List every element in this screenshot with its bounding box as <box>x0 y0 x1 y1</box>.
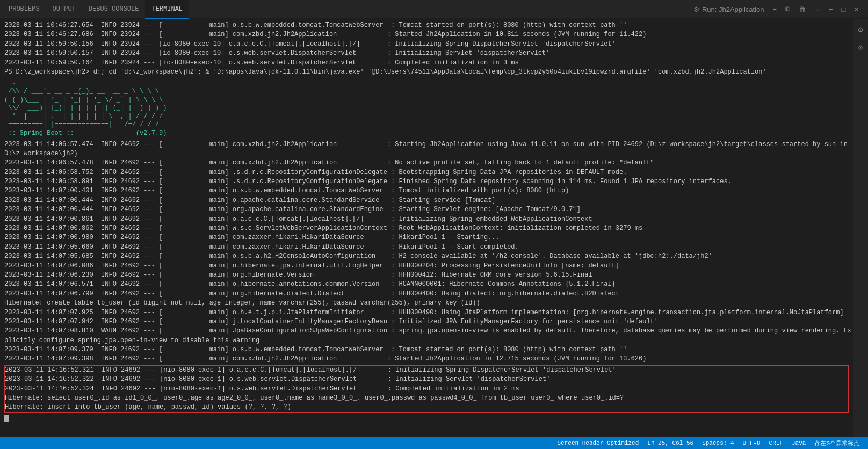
terminal-line: 2023-03-11 14:07:00.861 INFO 24692 --- [… <box>4 215 849 224</box>
spaces-status[interactable]: Spaces: 4 <box>698 437 738 449</box>
highlighted-request-section: 2023-03-11 14:16:52.321 INFO 24692 --- [… <box>4 365 849 413</box>
line-ending-label: CRLF <box>769 440 783 446</box>
encoding-status[interactable]: UTF-8 <box>739 437 765 449</box>
terminal-line: 2023-03-11 14:06:57.474 INFO 24692 --- [… <box>4 140 849 149</box>
language-status[interactable]: Java <box>787 437 810 449</box>
terminal-line: 2023-03-11 14:07:00.980 INFO 24692 --- [… <box>4 233 849 242</box>
spring-logo: . ____ _ __ _ _ /\\ / ___'_ __ _ _(_)_ _… <box>4 79 849 137</box>
terminal-line: 2023-03-11 14:07:09.379 INFO 24692 --- [… <box>4 345 849 354</box>
terminal-line: 2023-03-11 10:59:50.164 INFO 23924 --- [… <box>4 59 849 68</box>
terminal-output[interactable]: 2023-03-11 10:46:27.654 INFO 23924 --- [… <box>0 19 853 437</box>
second-boot-section: 2023-03-11 14:06:57.474 INFO 24692 --- [… <box>4 140 849 364</box>
settings-icon[interactable]: ⚙ <box>856 23 865 37</box>
encoding-label: UTF-8 <box>743 440 761 446</box>
screen-reader-label: Screen Reader Optimized <box>557 440 639 446</box>
close-icon: × <box>854 5 858 13</box>
errors-label: 存在0个异常标点 <box>814 439 859 447</box>
terminal-line: 2023-03-11 14:06:57.478 INFO 24692 --- [… <box>4 158 849 168</box>
maximize-btn[interactable]: □ <box>838 4 849 15</box>
trash-btn[interactable]: 🗑 <box>795 4 809 15</box>
terminal-line: 2023-03-11 14:07:06.086 INFO 24692 --- [… <box>4 262 849 271</box>
terminal-line: 2023-03-11 14:07:00.401 INFO 24692 --- [… <box>4 186 849 195</box>
tab-bar: PROBLEMS OUTPUT DEBUG CONSOLE TERMINAL ⚙… <box>0 0 868 19</box>
highlight-line: 2023-03-11 14:16:52.324 INFO 24692 --- [… <box>5 385 848 394</box>
cursor-line <box>4 414 849 423</box>
terminal-line: 2023-03-11 14:07:07.925 INFO 24692 --- [… <box>4 308 849 317</box>
close-btn[interactable]: × <box>851 4 862 15</box>
more-btn[interactable]: ··· <box>811 4 823 15</box>
terminal-line: 2023-03-11 10:46:27.654 INFO 23924 --- [… <box>4 21 849 30</box>
add-terminal-btn[interactable]: + <box>770 4 780 15</box>
highlight-line: Hibernate: insert into tb_user (age, nam… <box>5 403 848 412</box>
terminal-line: 2023-03-11 14:07:06.571 INFO 24692 --- [… <box>4 280 849 289</box>
language-label: Java <box>792 440 806 446</box>
settings-icon-2[interactable]: ⚙ <box>856 41 865 54</box>
line-ending-status[interactable]: CRLF <box>765 437 787 449</box>
gear-icon: ⚙ <box>693 5 700 13</box>
minimize-btn[interactable]: − <box>826 4 836 15</box>
terminal-container: 2023-03-11 10:46:27.654 INFO 23924 --- [… <box>0 19 868 437</box>
terminal-line: 2023-03-11 14:06:58.752 INFO 24692 --- [… <box>4 168 849 177</box>
more-icon: ··· <box>814 5 820 13</box>
split-terminal-btn[interactable]: ⧉ <box>782 4 793 15</box>
maximize-icon: □ <box>842 5 846 13</box>
highlight-line: Hibernate: select user0_.id as id1_0_0_,… <box>5 394 848 403</box>
tab-terminal[interactable]: TERMINAL <box>145 0 189 19</box>
plus-icon: + <box>773 5 777 13</box>
run-label-btn[interactable]: ⚙ Run: Jh2Application <box>690 4 768 15</box>
first-boot-section: 2023-03-11 10:46:27.654 INFO 23924 --- [… <box>4 21 849 77</box>
tab-actions: ⚙ Run: Jh2Application + ⧉ 🗑 ··· − □ × <box>690 4 866 15</box>
terminal-line: 2023-03-11 10:59:50.156 INFO 23924 --- [… <box>4 40 849 49</box>
terminal-line: 2023-03-11 14:07:09.398 INFO 24692 --- [… <box>4 354 849 364</box>
tab-debug-console[interactable]: DEBUG CONSOLE <box>82 0 146 19</box>
highlight-line: 2023-03-11 14:16:52.322 INFO 24692 --- [… <box>5 375 848 384</box>
terminal-line: 2023-03-11 14:07:08.810 WARN 24692 --- [… <box>4 327 849 336</box>
terminal-line: Hibernate: create table tb_user (id bigi… <box>4 299 849 308</box>
errors-status[interactable]: 存在0个异常标点 <box>810 437 864 449</box>
terminal-line: 2023-03-11 14:07:00.444 INFO 24692 --- [… <box>4 205 849 214</box>
position-label: Ln 25, Col 56 <box>647 440 693 446</box>
terminal-line: 2023-03-11 10:59:50.157 INFO 23924 --- [… <box>4 49 849 58</box>
spaces-label: Spaces: 4 <box>702 440 734 446</box>
terminal-line: 2023-03-11 10:46:27.686 INFO 23924 --- [… <box>4 30 849 39</box>
split-icon: ⧉ <box>785 5 790 13</box>
terminal-line: plicitly configure spring.jpa.open-in-vi… <box>4 336 849 345</box>
terminal-line: 2023-03-11 14:07:05.685 INFO 24692 --- [… <box>4 252 849 261</box>
terminal-line: D:\z_workspace\jh2) <box>4 149 849 158</box>
screen-reader-status[interactable]: Screen Reader Optimized <box>553 437 643 449</box>
terminal-line: 2023-03-11 14:07:00.444 INFO 24692 --- [… <box>4 196 849 205</box>
terminal-line: 2023-03-11 14:07:06.230 INFO 24692 --- [… <box>4 271 849 280</box>
highlight-line: 2023-03-11 14:16:52.321 INFO 24692 --- [… <box>5 366 848 375</box>
sidebar-icons: ⚙ ⚙ <box>853 19 868 437</box>
terminal-line: 2023-03-11 14:07:06.799 INFO 24692 --- [… <box>4 289 849 299</box>
spring-logo-section: . ____ _ __ _ _ /\\ / ___'_ __ _ _(_)_ _… <box>4 79 849 137</box>
terminal-line: 2023-03-11 14:06:58.891 INFO 24692 --- [… <box>4 177 849 186</box>
terminal-cursor <box>4 415 9 422</box>
terminal-line: 2023-03-11 14:07:00.862 INFO 24692 --- [… <box>4 224 849 233</box>
trash-icon: 🗑 <box>799 5 806 13</box>
terminal-line-cmd: PS D:\z_workspace\jh2> d:; cd 'd:\z_work… <box>4 68 849 77</box>
position-status[interactable]: Ln 25, Col 56 <box>643 437 698 449</box>
tab-problems[interactable]: PROBLEMS <box>2 0 46 19</box>
minimize-icon: − <box>829 5 833 13</box>
status-bar: Screen Reader Optimized Ln 25, Col 56 Sp… <box>0 437 868 449</box>
terminal-line: 2023-03-11 14:07:05.660 INFO 24692 --- [… <box>4 243 849 252</box>
status-bar-right: Screen Reader Optimized Ln 25, Col 56 Sp… <box>553 437 864 449</box>
tab-output[interactable]: OUTPUT <box>46 0 82 19</box>
terminal-line: 2023-03-11 14:07:07.942 INFO 24692 --- [… <box>4 317 849 327</box>
